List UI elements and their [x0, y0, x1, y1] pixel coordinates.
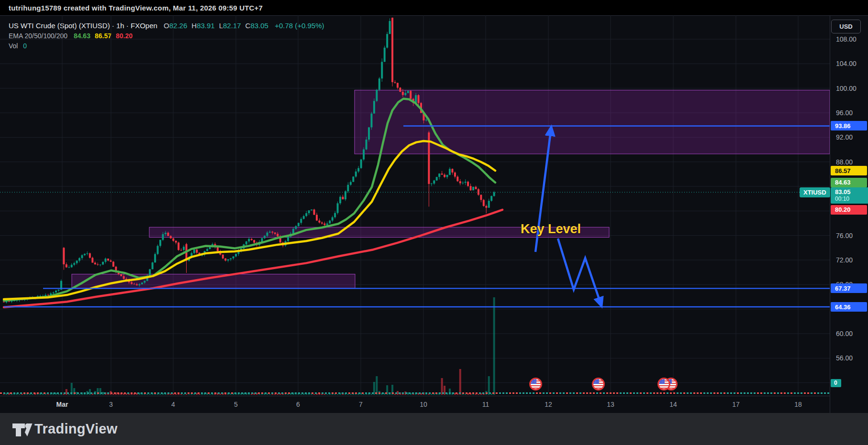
ema-yellow-chip[interactable]: 86.57: [831, 166, 867, 175]
price-tick[interactable]: 88.00: [836, 158, 867, 166]
time-tick[interactable]: Mar: [56, 401, 68, 408]
ema-green-chip[interactable]: 84.63: [831, 178, 867, 187]
us-flag-icon: [592, 378, 605, 391]
price-tick[interactable]: 96.00: [836, 109, 867, 117]
level-price-chip[interactable]: 67.37: [831, 283, 867, 293]
tradingview-logo-icon[interactable]: [11, 422, 35, 438]
key-level-annotation[interactable]: Key Level: [521, 222, 581, 237]
symbol-legend[interactable]: US WTI Crude (Spot) (XTIUSD) · 1h · FXOp…: [9, 22, 324, 30]
us-flag-icon: [657, 378, 670, 391]
economic-event-marker[interactable]: [529, 378, 551, 391]
price-tick[interactable]: 104.00: [836, 60, 867, 67]
currency-toggle-button[interactable]: USD: [831, 20, 861, 33]
ema-red-value: 80.20: [116, 32, 133, 40]
ema-red-chip[interactable]: 80.20: [831, 205, 867, 215]
price-tick[interactable]: 76.00: [836, 232, 867, 239]
time-axis[interactable]: [0, 396, 830, 413]
footer-bar: TradingView: [0, 413, 868, 445]
currency-label: USD: [839, 23, 852, 30]
chart-surface[interactable]: [0, 15, 830, 396]
vol-value: 0: [23, 42, 27, 50]
economic-event-marker[interactable]: [592, 378, 614, 391]
time-tick[interactable]: 17: [732, 401, 740, 408]
attribution-text: tutrihung15789 created with TradingView.…: [9, 4, 263, 12]
time-tick[interactable]: 5: [234, 401, 238, 408]
time-tick[interactable]: 4: [171, 401, 175, 408]
ohlc-value: 82.26: [169, 22, 188, 30]
price-tick[interactable]: 56.00: [836, 354, 867, 362]
time-tick[interactable]: 14: [669, 401, 677, 408]
time-tick[interactable]: 7: [359, 401, 363, 408]
ohlc-value: 83.05: [250, 22, 268, 30]
price-tick[interactable]: 100.00: [836, 85, 867, 92]
economic-event-marker[interactable]: [657, 378, 679, 391]
ohlc-label: O: [164, 22, 169, 30]
price-tick[interactable]: 60.00: [836, 330, 867, 337]
time-tick[interactable]: 6: [296, 401, 300, 408]
time-tick[interactable]: 11: [482, 401, 490, 408]
ema-label: EMA 20/50/100/200: [9, 32, 67, 40]
current-price-value: 83.05: [835, 188, 868, 195]
ema-yellow-value: 86.57: [95, 32, 111, 40]
ohlc-values: O82.26H83.91L82.17C83.05: [159, 22, 268, 30]
price-tick[interactable]: 72.00: [836, 256, 867, 264]
level-price-chip[interactable]: 93.86: [831, 121, 867, 130]
level-price-chip[interactable]: 64.36: [831, 302, 867, 312]
price-tick[interactable]: 92.00: [836, 133, 867, 141]
bar-countdown: 00:10: [835, 195, 868, 203]
ema-legend[interactable]: EMA 20/50/100/200 84.6386.5780.20: [9, 32, 133, 40]
us-flag-icon: [529, 378, 542, 391]
time-tick[interactable]: 13: [607, 401, 614, 408]
tradingview-wordmark[interactable]: TradingView: [34, 421, 118, 437]
current-price-chip[interactable]: 83.0500:10: [831, 187, 868, 204]
ohlc-value: 82.17: [223, 22, 241, 30]
ema-values: 84.6386.5780.20: [69, 32, 133, 40]
time-tick[interactable]: 10: [420, 401, 427, 408]
time-tick[interactable]: 12: [545, 401, 552, 408]
time-tick[interactable]: 3: [109, 401, 113, 408]
vol-label: Vol: [9, 42, 18, 50]
volume-legend[interactable]: Vol 0: [9, 42, 27, 50]
ohlc-value: 83.91: [197, 22, 215, 30]
symbol-price-tag: XTIUSD: [800, 187, 830, 197]
ohlc-label: C: [245, 22, 251, 30]
time-tick[interactable]: 18: [794, 401, 802, 408]
change-value: +0.78 (+0.95%): [275, 22, 324, 30]
price-tick[interactable]: 108.00: [836, 35, 867, 43]
ema-green-value: 84.63: [74, 32, 90, 40]
volume-zero-chip[interactable]: 0: [831, 379, 841, 387]
ohlc-label: H: [191, 22, 197, 30]
attribution-bar: tutrihung15789 created with TradingView.…: [0, 0, 868, 15]
symbol-title: US WTI Crude (Spot) (XTIUSD) · 1h · FXOp…: [9, 22, 157, 30]
ohlc-label: L: [219, 22, 223, 30]
